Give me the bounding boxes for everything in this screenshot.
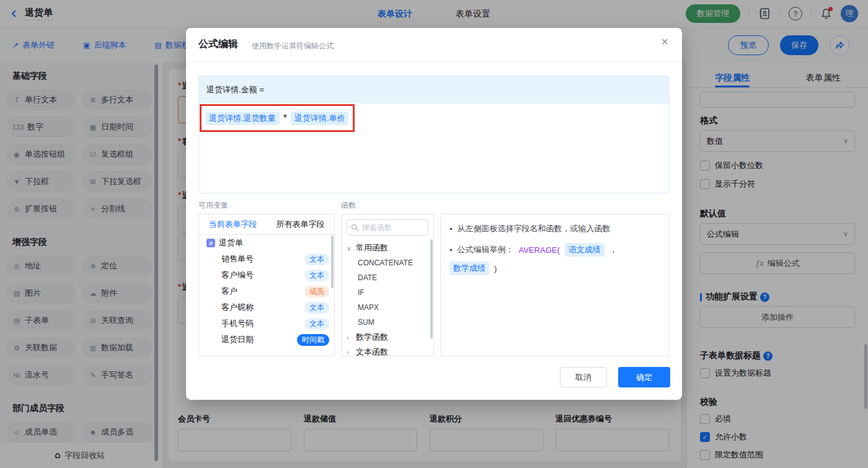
tab-current-form-fields[interactable]: 当前表单字段 bbox=[199, 214, 267, 234]
variables-panel: 当前表单字段 所有表单字段 ≣ 退货单 销售单号文本 客户编号文本 客户成员 客… bbox=[198, 214, 335, 356]
annotation-red-box: 退货详情.退货数量 * 退货详情.单价 bbox=[200, 104, 355, 132]
type-badge: 文本 bbox=[304, 270, 329, 281]
variable-name: 客户编号 bbox=[221, 270, 254, 281]
formula-token-quantity[interactable]: 退货详情.退货数量 bbox=[205, 112, 280, 125]
help-text: 从左侧面板选择字段名和函数，或输入函数 bbox=[458, 223, 611, 234]
app-screen: 退货单 表单设计 表单设置 数据管理 ? 理 ↗ 表单外链 bbox=[0, 0, 868, 468]
variable-row[interactable]: 客户成员 bbox=[199, 283, 334, 299]
chevron-down-icon: ∨ bbox=[347, 245, 353, 252]
function-search-input[interactable] bbox=[361, 223, 420, 232]
variable-name: 客户昵称 bbox=[221, 302, 254, 313]
formula-target: 退货详情.金额 = bbox=[199, 76, 669, 104]
form-doc-icon: ≣ bbox=[206, 239, 215, 247]
variable-row[interactable]: 手机号码文本 bbox=[199, 316, 334, 332]
formula-editor[interactable]: 退货详情.金额 = 退货详情.退货数量 * 退货详情.单价 bbox=[198, 76, 670, 193]
divider bbox=[186, 61, 682, 62]
confirm-button[interactable]: 确定 bbox=[618, 367, 670, 387]
type-badge: 时间戳 bbox=[297, 334, 329, 346]
functions-panel: ∨ 常用函数 CONCATENATE DATE IF MAPX SUM › 数学… bbox=[341, 214, 434, 356]
bullet-icon: • bbox=[450, 224, 453, 234]
functions-scrollbar[interactable] bbox=[430, 239, 433, 338]
type-badge: 文本 bbox=[304, 318, 329, 330]
formula-edit-modal: 公式编辑 使用数学运算符编辑公式 × 退货详情.金额 = 退货详情.退货数量 *… bbox=[186, 28, 682, 400]
variable-name: 退货日期 bbox=[221, 334, 254, 345]
variable-row[interactable]: 客户编号文本 bbox=[199, 267, 334, 283]
type-badge: 文本 bbox=[304, 302, 329, 314]
formula-operator[interactable]: * bbox=[283, 113, 287, 124]
variables-tree-root[interactable]: ≣ 退货单 bbox=[199, 235, 334, 251]
variables-label: 可用变量 bbox=[198, 200, 228, 211]
function-item[interactable]: CONCATENATE bbox=[342, 255, 433, 270]
formula-token-price[interactable]: 退货详情.单价 bbox=[291, 112, 349, 125]
variable-row[interactable]: 客户昵称文本 bbox=[199, 299, 334, 316]
variable-name: 手机号码 bbox=[221, 318, 254, 329]
group-label: 常用函数 bbox=[356, 242, 388, 254]
chevron-right-icon: › bbox=[347, 349, 353, 356]
function-item[interactable]: MAPX bbox=[342, 300, 433, 315]
example-close-paren: ) bbox=[494, 264, 497, 273]
modal-title: 公式编辑 bbox=[198, 38, 238, 51]
function-group-common[interactable]: ∨ 常用函数 bbox=[342, 241, 433, 255]
bullet-icon: • bbox=[450, 245, 453, 255]
type-badge: 成员 bbox=[304, 286, 329, 298]
close-icon[interactable]: × bbox=[661, 35, 668, 48]
variable-row[interactable]: 销售单号文本 bbox=[199, 251, 334, 267]
type-badge: 文本 bbox=[304, 254, 329, 265]
function-group-math[interactable]: › 数学函数 bbox=[342, 330, 433, 345]
modal-subtitle: 使用数学运算符编辑公式 bbox=[252, 41, 334, 51]
help-line-2: • 公式编辑举例： AVERAGE( 语文成绩 ， 数学成绩 ) bbox=[450, 243, 660, 275]
search-icon bbox=[351, 224, 358, 231]
function-item[interactable]: IF bbox=[342, 285, 433, 300]
example-arg-chip: 数学成绩 bbox=[450, 262, 489, 275]
variable-row[interactable]: 退货日期时间戳 bbox=[199, 332, 334, 348]
example-comma: ， bbox=[609, 244, 618, 255]
group-label: 数学函数 bbox=[356, 332, 388, 343]
help-example-prefix: 公式编辑举例： bbox=[458, 244, 514, 255]
functions-label: 函数 bbox=[341, 200, 356, 211]
function-group-text[interactable]: › 文本函数 bbox=[342, 345, 433, 356]
chevron-right-icon: › bbox=[347, 334, 353, 341]
help-line-1: • 从左侧面板选择字段名和函数，或输入函数 bbox=[450, 223, 660, 234]
function-item[interactable]: DATE bbox=[342, 270, 433, 285]
group-label: 文本函数 bbox=[356, 347, 388, 356]
formula-help-panel: • 从左侧面板选择字段名和函数，或输入函数 • 公式编辑举例： AVERAGE(… bbox=[440, 214, 670, 356]
tab-all-form-fields[interactable]: 所有表单字段 bbox=[267, 214, 334, 234]
example-function-name: AVERAGE( bbox=[519, 245, 560, 255]
variable-name: 客户 bbox=[221, 286, 237, 297]
variables-scrollbar[interactable] bbox=[331, 236, 334, 288]
function-search-box[interactable] bbox=[347, 219, 428, 236]
function-item[interactable]: SUM bbox=[342, 315, 433, 330]
cancel-button[interactable]: 取消 bbox=[560, 367, 607, 387]
root-form-name: 退货单 bbox=[219, 237, 243, 249]
example-arg-chip: 语文成绩 bbox=[565, 243, 604, 257]
variable-name: 销售单号 bbox=[221, 254, 254, 265]
